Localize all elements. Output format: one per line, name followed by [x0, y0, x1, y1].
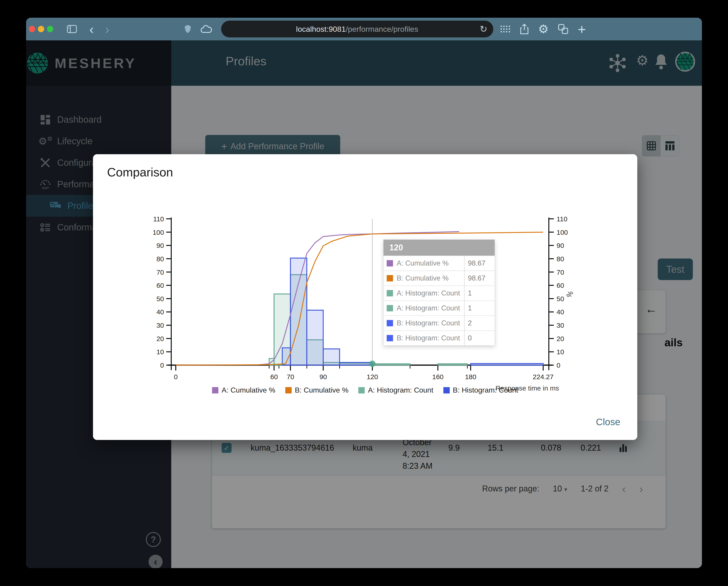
- legend-item[interactable]: B: Cumulative %: [285, 386, 348, 394]
- svg-text:120: 120: [367, 373, 378, 380]
- url-path: /performance/profiles: [346, 25, 418, 33]
- share-icon[interactable]: [520, 24, 529, 34]
- minimize-window-button[interactable]: [38, 26, 44, 32]
- zoom-window-button[interactable]: [47, 26, 53, 32]
- legend-item[interactable]: A: Cumulative %: [212, 386, 275, 394]
- svg-text:50: 50: [156, 295, 164, 302]
- tooltip-row: B: Histogram: Count2: [384, 316, 495, 330]
- svg-text:%: %: [565, 290, 575, 299]
- svg-text:10: 10: [556, 348, 564, 355]
- svg-text:224.27: 224.27: [533, 373, 554, 380]
- svg-text:90: 90: [556, 242, 564, 249]
- svg-text:80: 80: [156, 255, 164, 263]
- shield-icon[interactable]: [184, 25, 191, 33]
- svg-text:0: 0: [174, 373, 178, 380]
- svg-text:20: 20: [556, 335, 564, 342]
- new-tab-icon[interactable]: +: [578, 21, 586, 37]
- url-bar[interactable]: localhost:9081/performance/profiles ↻: [221, 21, 493, 37]
- svg-text:90: 90: [319, 373, 327, 380]
- chart-tooltip: 120 A: Cumulative %98.67 B: Cumulative %…: [383, 239, 495, 346]
- svg-text:60: 60: [156, 282, 164, 289]
- svg-text:20: 20: [156, 335, 164, 342]
- comparison-modal: Comparison 00101020203030404050506060707…: [93, 154, 637, 440]
- svg-text:70: 70: [287, 373, 294, 380]
- legend-item[interactable]: B: Histogram: Count: [443, 386, 518, 394]
- svg-text:0: 0: [160, 362, 164, 369]
- svg-text:60: 60: [556, 282, 564, 289]
- close-button[interactable]: Close: [596, 417, 620, 427]
- cloud-icon[interactable]: [200, 25, 212, 33]
- url-host: localhost:9081: [296, 25, 346, 33]
- legend-swatch: [358, 387, 365, 394]
- legend-swatch: [212, 387, 218, 394]
- browser-window: ‹ › localhost:9081/performance/profiles …: [26, 18, 702, 568]
- refresh-icon[interactable]: ↻: [480, 24, 487, 34]
- svg-text:110: 110: [153, 215, 164, 223]
- svg-text:160: 160: [432, 373, 444, 380]
- tooltip-row: A: Histogram: Count1: [384, 286, 495, 300]
- svg-text:80: 80: [556, 255, 564, 263]
- chart-legend: A: Cumulative % B: Cumulative % A: Histo…: [93, 386, 637, 394]
- tooltip-header: 120: [384, 240, 495, 256]
- windows-icon[interactable]: [558, 24, 568, 34]
- browser-chrome: ‹ › localhost:9081/performance/profiles …: [26, 18, 702, 41]
- tooltip-row: A: Cumulative %98.67: [384, 256, 495, 270]
- svg-text:40: 40: [556, 308, 564, 316]
- svg-text:30: 30: [156, 322, 164, 329]
- legend-swatch: [285, 387, 292, 394]
- svg-text:40: 40: [156, 308, 164, 316]
- svg-text:100: 100: [153, 229, 164, 236]
- svg-text:90: 90: [156, 242, 164, 249]
- svg-text:110: 110: [556, 215, 567, 223]
- svg-text:70: 70: [156, 268, 164, 276]
- settings-gear-icon[interactable]: ⚙: [538, 22, 549, 36]
- legend-swatch: [443, 387, 450, 394]
- back-icon[interactable]: ‹: [89, 22, 94, 37]
- tooltip-row: B: Histogram: Count0: [384, 330, 495, 345]
- svg-text:0: 0: [556, 362, 561, 369]
- svg-text:180: 180: [465, 373, 476, 380]
- forward-icon[interactable]: ›: [105, 22, 109, 37]
- svg-text:70: 70: [556, 268, 564, 276]
- svg-text:100: 100: [556, 229, 568, 236]
- sidebar-toggle-icon[interactable]: [67, 25, 77, 33]
- svg-text:30: 30: [556, 322, 564, 329]
- grid-dots-icon[interactable]: [500, 25, 511, 33]
- svg-text:10: 10: [156, 348, 164, 355]
- comparison-chart[interactable]: 0010102020303040405050606070708080909010…: [93, 154, 637, 440]
- legend-item[interactable]: A: Histogram: Count: [358, 386, 433, 394]
- tooltip-row: B: Cumulative %98.67: [384, 270, 495, 286]
- tooltip-row: A: Histogram: Count1: [384, 300, 495, 316]
- svg-text:60: 60: [270, 373, 278, 380]
- close-window-button[interactable]: [29, 26, 35, 32]
- svg-text:50: 50: [556, 295, 564, 302]
